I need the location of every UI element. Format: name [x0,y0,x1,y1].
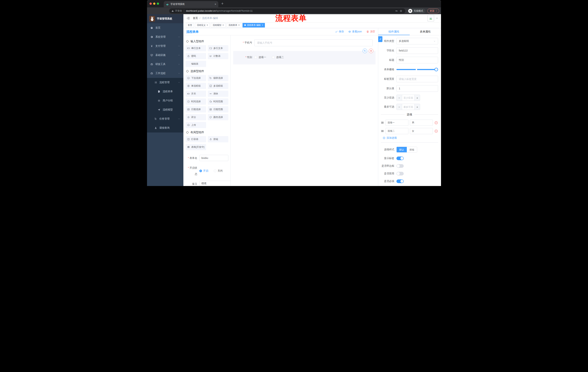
palette-component[interactable]: 滑块 [208,91,228,97]
title-input[interactable] [396,57,438,63]
toggle-switch[interactable] [396,164,404,168]
tag-item[interactable]: 流程表单 × [227,23,242,28]
sidebar-item[interactable]: 流程管理 [147,78,183,87]
sidebar-item[interactable]: 系统管理 [147,32,183,42]
toolbar-button[interactable]: 清空 [366,30,375,33]
field-name-input[interactable] [396,47,438,54]
slider-handle[interactable] [434,68,438,71]
increment-button[interactable]: + [414,95,420,101]
sidebar-item[interactable]: 流程表单 [147,87,183,96]
palette-component[interactable]: 日期选择 [186,106,206,112]
toggle-switch[interactable] [396,157,404,160]
palette-component[interactable]: 123 计数器 [208,53,228,59]
sidebar-item[interactable]: 任务管理 [147,114,183,123]
sidebar-item[interactable]: 请假查询 [147,123,183,132]
tab-form-props[interactable]: 表单属性 [410,28,441,35]
palette-component[interactable]: 颜色选择 [208,114,228,120]
copy-field-button[interactable] [363,49,367,53]
add-option-button[interactable]: 添加选项 [383,136,438,139]
tag-close-icon[interactable]: × [222,24,224,26]
canvas-field-phone[interactable]: 手机号 [233,39,376,46]
palette-component[interactable]: 密码 [186,53,206,59]
option-label-input[interactable] [386,128,409,134]
update-browser-button[interactable]: 更新 [427,9,439,13]
increment-button[interactable]: + [414,104,420,110]
checkbox-option[interactable]: 选项一 [254,56,266,59]
address-bar[interactable]: 不安全 dashboard.yudao.iocoder.cn /bpm/mana… [169,8,405,13]
palette-component[interactable]: 开关 [186,91,206,97]
form-name-input[interactable] [200,155,228,161]
phone-field-input[interactable] [254,39,373,46]
style-default-button[interactable]: 默认 [397,147,407,152]
tag-item[interactable]: 流程定义 × [195,23,210,28]
sidebar-item[interactable]: 研发工具 [147,60,183,69]
checkbox-icon[interactable] [254,56,257,59]
status-radio-on[interactable]: 开启 [200,169,208,172]
palette-component[interactable]: 时间选择 [186,98,206,105]
header-action-icon[interactable] [407,17,410,20]
nav-icon[interactable] [149,9,154,13]
caret-down-icon[interactable] [436,17,438,19]
min-select-input[interactable] [402,95,414,101]
palette-component[interactable]: 按钮 [208,136,228,142]
checkbox-option[interactable]: 选项二 [272,56,284,59]
remove-option-button[interactable] [434,129,438,133]
sidebar-item[interactable]: 首页 [147,23,183,32]
sidebar-item[interactable]: 基础设施 [147,51,183,60]
sidebar-item[interactable]: 用户分组 [147,96,183,105]
toggle-switch[interactable] [396,172,404,175]
tab-component-props[interactable]: 组件属性 [378,28,410,35]
header-action-icon[interactable] [421,17,424,20]
toggle-switch[interactable] [396,180,404,183]
key-icon[interactable] [394,10,399,12]
palette-component[interactable]: 编辑器 [186,61,206,67]
palette-component[interactable]: 多行文本 [208,45,228,51]
drag-handle-icon[interactable] [381,121,384,124]
star-icon[interactable] [399,10,403,12]
sidebar-item[interactable]: 支付管理 [147,42,183,51]
tag-close-icon[interactable]: × [207,24,208,26]
palette-component[interactable]: 日期范围 [208,106,228,112]
close-window-button[interactable] [149,2,152,5]
remark-textarea[interactable] [200,181,231,186]
minimize-window-button[interactable] [153,2,155,5]
toolbar-button[interactable]: 保存 [335,30,344,33]
decrement-button[interactable]: − [397,95,402,101]
header-action-icon[interactable] [414,17,417,20]
palette-component[interactable]: 时间范围 [208,98,228,105]
kebab-menu-icon[interactable] [435,10,438,12]
hamburger-icon[interactable] [186,16,190,20]
label-width-input[interactable] [396,76,438,82]
nav-icon[interactable] [158,9,163,13]
component-type-select[interactable]: 多选框组 [396,38,438,44]
option-label-input[interactable] [386,120,409,126]
nav-icon[interactable] [163,9,168,13]
checkbox-icon[interactable] [272,56,274,59]
tag-close-icon[interactable]: × [262,24,263,26]
browser-tab[interactable]: 芋道管理系统 × [164,1,218,7]
delete-field-button[interactable] [369,49,373,53]
drag-handle-icon[interactable] [381,129,384,133]
palette-component[interactable]: 单选框组 [186,83,206,89]
palette-component[interactable]: 级联选择 [208,75,228,81]
palette-component[interactable]: 评分 [186,114,206,120]
palette-component[interactable]: 行容器 [186,136,206,142]
tag-close-icon[interactable]: × [238,24,240,26]
max-select-input[interactable] [402,104,414,110]
status-radio-off[interactable]: 关闭 [214,169,223,172]
new-tab-button[interactable]: + [221,2,224,6]
form-canvas[interactable]: 手机号 性别 选项一 [231,35,378,186]
sidebar-item[interactable]: 流程模型 [147,105,183,114]
link-icon[interactable] [378,36,382,42]
palette-component[interactable]: 上传 [186,122,206,128]
toolbar-button[interactable]: 查看json [348,30,362,33]
option-value-input[interactable] [410,120,433,126]
zoom-window-button[interactable] [157,2,159,5]
style-button-button[interactable]: 按钮 [407,147,417,152]
decrement-button[interactable]: − [397,104,402,110]
option-value-input[interactable] [410,128,433,134]
tag-item[interactable]: 流程模型 × [211,23,226,28]
close-icon[interactable]: × [215,3,216,6]
tag-item[interactable]: 流程表单-编辑 × [242,23,265,28]
traffic-lights[interactable] [149,2,159,5]
